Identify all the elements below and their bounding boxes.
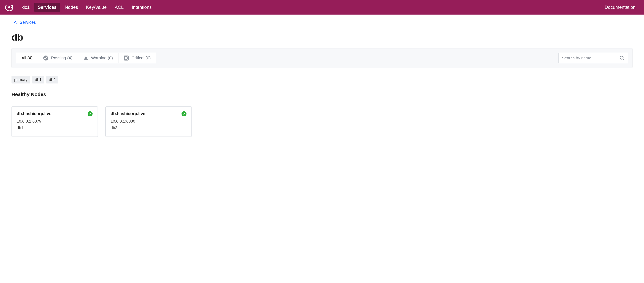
search-icon [619,55,625,61]
breadcrumb-all-services[interactable]: ‹ All Services [12,20,36,25]
node-name: db.hashicorp.live [110,111,145,116]
breadcrumb-label: All Services [14,20,36,25]
top-nav: dc1 Services Nodes Key/Value ACL Intenti… [0,0,644,14]
node-address: 10.0.0.1:6379 [17,119,92,123]
svg-point-3 [12,6,13,7]
filter-tabs: All (4) Passing (4) Warning (0) Critical… [16,53,156,63]
main-content: ‹ All Services db All (4) Passing (4) Wa… [0,14,644,144]
node-card[interactable]: db.hashicorp.live 10.0.0.1:6380 db2 [106,106,192,137]
svg-point-4 [12,7,13,8]
svg-point-2 [11,5,12,6]
node-card[interactable]: db.hashicorp.live 10.0.0.1:6379 db1 [12,106,98,137]
nav-items: dc1 Services Nodes Key/Value ACL Intenti… [19,3,155,12]
search-wrap [558,53,628,63]
chevron-left-icon: ‹ [12,20,13,24]
filter-tab-label: All (4) [22,55,32,60]
nav-item-keyvalue[interactable]: Key/Value [82,3,110,12]
status-passing-icon [88,111,92,116]
nav-item-intentions[interactable]: Intentions [128,3,155,12]
nav-item-nodes[interactable]: Nodes [61,3,81,12]
tag[interactable]: db2 [46,76,58,83]
tag[interactable]: primary [12,76,30,83]
filter-tab-warning[interactable]: Warning (0) [78,53,118,63]
node-cards: db.hashicorp.live 10.0.0.1:6379 db1 db.h… [12,106,632,137]
consul-logo[interactable] [5,3,14,11]
filter-tab-label: Passing (4) [51,55,72,60]
consul-logo-icon [5,3,14,11]
nav-item-services[interactable]: Services [34,3,60,12]
node-address: 10.0.0.1:6380 [110,119,186,123]
section-title-healthy-nodes: Healthy Nodes [12,91,632,101]
svg-line-10 [623,59,624,60]
nav-item-acl[interactable]: ACL [111,3,127,12]
datacenter-selector[interactable]: dc1 [19,3,33,12]
svg-point-6 [11,7,12,8]
filter-tab-critical[interactable]: Critical (0) [118,53,156,63]
check-circle-icon [43,55,48,60]
filter-tab-all[interactable]: All (4) [16,53,38,63]
tag[interactable]: db1 [32,76,44,83]
x-square-icon [124,55,129,60]
search-button[interactable] [616,53,628,63]
status-passing-icon [182,111,186,116]
filter-tab-label: Warning (0) [91,55,113,60]
svg-point-9 [620,56,623,59]
svg-rect-8 [86,59,86,59]
svg-rect-7 [86,57,86,59]
svg-point-1 [8,6,10,8]
page-title: db [12,32,632,43]
node-id: db1 [17,125,92,130]
warning-triangle-icon [84,55,88,60]
node-id: db2 [110,125,186,130]
documentation-link[interactable]: Documentation [601,3,639,12]
filter-panel: All (4) Passing (4) Warning (0) Critical… [12,48,632,68]
search-input[interactable] [558,53,616,63]
node-name: db.hashicorp.live [17,111,51,116]
tags-row: primary db1 db2 [12,76,632,83]
svg-point-5 [12,8,13,9]
filter-tab-label: Critical (0) [132,55,151,60]
filter-tab-passing[interactable]: Passing (4) [38,53,78,63]
